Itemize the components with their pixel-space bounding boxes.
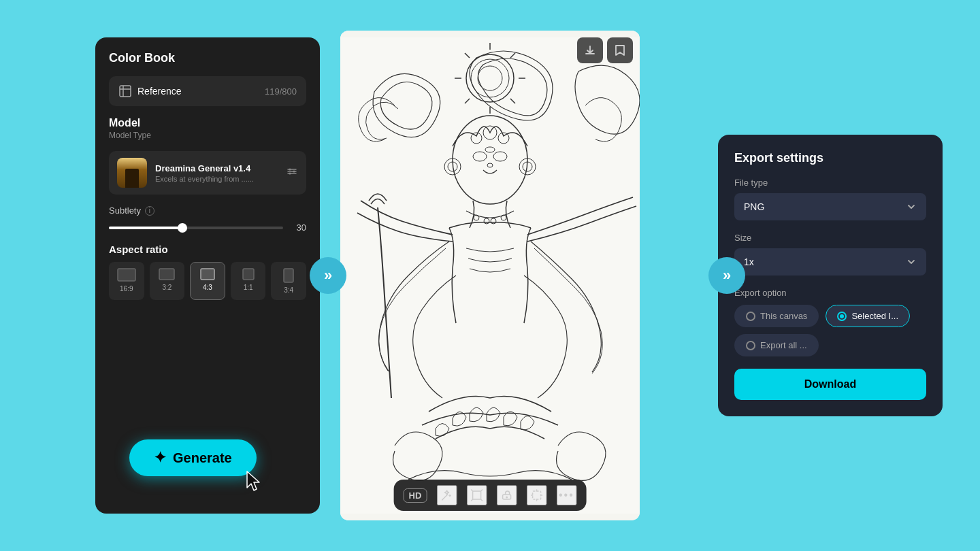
canvas-artwork-svg xyxy=(340,31,640,520)
model-thumbnail xyxy=(117,158,147,188)
canvas-toolbar-bottom: HD xyxy=(394,480,587,511)
slider-value: 30 xyxy=(290,222,306,233)
model-thumb-figure xyxy=(125,169,139,188)
right-arrow-indicator: » xyxy=(708,257,745,294)
svg-point-3 xyxy=(289,173,291,175)
panel-title: Color Book xyxy=(109,51,306,65)
subtlety-info-icon: i xyxy=(145,206,154,216)
svg-rect-7 xyxy=(243,269,254,280)
svg-rect-5 xyxy=(159,269,174,280)
left-arrow-indicator: » xyxy=(310,257,346,294)
size-value: 1x xyxy=(744,256,754,267)
size-label: Size xyxy=(734,233,926,243)
download-button[interactable]: Download xyxy=(734,369,926,400)
transform-button[interactable] xyxy=(526,485,546,505)
more-dots: ••• xyxy=(559,489,574,501)
export-all-radio xyxy=(746,341,755,350)
aspect-btn-3-2[interactable]: 3:2 xyxy=(150,262,185,300)
svg-point-39 xyxy=(506,497,508,499)
slider-container: 30 xyxy=(109,222,306,233)
aspect-label-16-9: 16:9 xyxy=(120,285,133,293)
aspect-icon-3-2 xyxy=(159,268,175,280)
model-card[interactable]: Dreamina General v1.4 Excels at everythi… xyxy=(109,151,306,195)
reference-count: 119/800 xyxy=(265,86,297,97)
more-button[interactable]: ••• xyxy=(556,485,576,505)
this-canvas-label: This canvas xyxy=(760,311,807,321)
size-section: Size 1x xyxy=(734,233,926,276)
model-desc: Excels at everything from ...... xyxy=(155,175,278,183)
generate-star-icon: ✦ xyxy=(154,449,166,467)
aspect-label-3-4: 3:4 xyxy=(284,286,293,294)
size-chevron-down-icon xyxy=(906,256,917,267)
canvas-bookmark-button[interactable] xyxy=(607,37,633,63)
canvas-container: HD xyxy=(340,31,640,520)
file-type-select[interactable]: PNG xyxy=(734,193,926,220)
canvas-toolbar-top xyxy=(577,37,633,63)
aspect-icon-4-3 xyxy=(200,268,215,280)
aspect-label-1-1: 1:1 xyxy=(244,284,253,291)
selected-label: Selected I... xyxy=(851,311,898,321)
aspect-icon-1-1 xyxy=(242,268,255,280)
model-section-title: Model xyxy=(109,117,306,129)
model-section: Model Model Type xyxy=(109,117,306,140)
export-all-option[interactable]: Export all ... xyxy=(734,334,819,356)
slider-thumb[interactable] xyxy=(178,223,187,233)
pen-button[interactable] xyxy=(496,485,517,505)
selected-option[interactable]: Selected I... xyxy=(826,305,910,327)
model-name: Dreamina General v1.4 xyxy=(155,163,278,173)
aspect-ratio-title: Aspect ratio xyxy=(109,244,306,255)
reference-icon xyxy=(118,84,132,98)
canvas-image xyxy=(340,31,640,520)
this-canvas-option[interactable]: This canvas xyxy=(734,305,819,327)
aspect-icon-16-9 xyxy=(117,268,136,282)
export-title: Export settings xyxy=(734,151,926,165)
svg-point-1 xyxy=(289,169,291,171)
size-select[interactable]: 1x xyxy=(734,248,926,276)
magic-wand-button[interactable] xyxy=(436,485,457,505)
file-type-value: PNG xyxy=(744,201,764,212)
export-options-row: This canvas Selected I... xyxy=(734,305,926,327)
export-all-row: Export all ... xyxy=(734,334,926,356)
canvas-download-button[interactable] xyxy=(577,37,603,63)
model-thumb-inner xyxy=(117,158,147,188)
subtlety-row: Subtlety i xyxy=(109,205,306,216)
aspect-btn-16-9[interactable]: 16:9 xyxy=(109,262,144,300)
crop-button[interactable] xyxy=(466,485,487,505)
left-arrow-icon: » xyxy=(324,267,332,284)
aspect-grid: 16:9 3:2 4:3 xyxy=(109,262,306,300)
aspect-btn-1-1[interactable]: 1:1 xyxy=(231,262,266,300)
svg-point-2 xyxy=(293,171,295,173)
model-type-label: Model Type xyxy=(109,131,306,140)
svg-rect-40 xyxy=(532,491,540,499)
slider-fill xyxy=(109,227,182,229)
svg-rect-4 xyxy=(118,269,135,281)
main-container: Color Book Reference 119/800 Model Model… xyxy=(0,0,980,551)
slider-track[interactable] xyxy=(109,227,283,229)
generate-button[interactable]: ✦ Generate xyxy=(129,439,257,476)
hd-button[interactable]: HD xyxy=(404,488,427,503)
chevron-down-icon xyxy=(906,201,917,212)
reference-bar[interactable]: Reference 119/800 xyxy=(109,76,306,106)
aspect-btn-4-3[interactable]: 4:3 xyxy=(190,262,225,300)
reference-left: Reference xyxy=(118,84,182,98)
generate-btn-container: ✦ Generate xyxy=(129,439,257,476)
subtlety-label: Subtlety xyxy=(109,205,141,216)
model-info: Dreamina General v1.4 Excels at everythi… xyxy=(155,163,278,183)
aspect-btn-3-4[interactable]: 3:4 xyxy=(271,262,306,300)
svg-rect-6 xyxy=(201,269,214,280)
export-option-label: Export option xyxy=(734,288,926,298)
model-settings-icon[interactable] xyxy=(286,165,298,180)
svg-rect-0 xyxy=(120,86,131,97)
aspect-label-4-3: 4:3 xyxy=(203,284,212,291)
svg-rect-37 xyxy=(472,491,480,499)
file-type-label: File type xyxy=(734,178,926,188)
aspect-label-3-2: 3:2 xyxy=(162,284,172,291)
file-type-section: File type PNG xyxy=(734,178,926,220)
aspect-ratio-section: Aspect ratio 16:9 3:2 xyxy=(109,244,306,300)
generate-button-label: Generate xyxy=(173,450,232,466)
export-option-section: Export option This canvas Selected I... … xyxy=(734,288,926,356)
export-panel: Export settings File type PNG Size 1x Ex… xyxy=(718,135,943,416)
export-all-label: Export all ... xyxy=(760,340,807,350)
aspect-icon-3-4 xyxy=(283,268,294,283)
svg-rect-8 xyxy=(284,269,293,282)
